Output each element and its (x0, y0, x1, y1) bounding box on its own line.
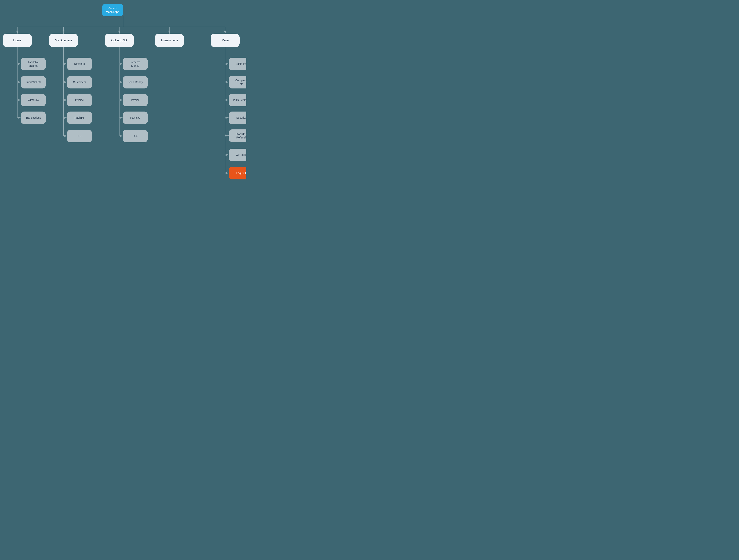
business-pos[interactable]: POS (67, 130, 92, 142)
more-company-info[interactable]: CompanyInfo (229, 76, 246, 88)
nav-my-business[interactable]: My Business (49, 34, 78, 47)
more-label: More (222, 39, 229, 42)
nav-more[interactable]: More (211, 34, 240, 47)
nav-home[interactable]: Home (3, 34, 32, 47)
cta-send-money[interactable]: Send Money (123, 76, 148, 88)
diagram-container: Collect Mobile App Home My Business Coll… (0, 0, 246, 187)
cta-paylinks[interactable]: Paylinks (123, 112, 148, 124)
more-log-out[interactable]: Log Out (229, 167, 246, 179)
home-fund-wallets[interactable]: Fund Wallets (21, 76, 46, 88)
more-profile-info[interactable]: Profile Info (229, 58, 246, 70)
business-paylinks[interactable]: Paylinks (67, 112, 92, 124)
home-withdraw[interactable]: Withdraw (21, 94, 46, 106)
cta-pos[interactable]: POS (123, 130, 148, 142)
business-revenue[interactable]: Revenue (67, 58, 92, 70)
more-rewards-referral[interactable]: Rewards &Referral (229, 130, 246, 142)
connectors-svg (0, 0, 246, 187)
business-invoice[interactable]: Invoice (67, 94, 92, 106)
more-get-help[interactable]: Get Help (229, 149, 246, 161)
my-business-label: My Business (55, 39, 72, 42)
root-node: Collect Mobile App (102, 4, 123, 16)
cta-receive-money[interactable]: ReceiveMoney (123, 58, 148, 70)
business-customers[interactable]: Customers (67, 76, 92, 88)
home-available-balance[interactable]: AvailableBalance (21, 58, 46, 70)
home-label: Home (13, 39, 22, 42)
transactions-label: Transactions (161, 39, 178, 42)
more-pos-settings[interactable]: POS Settings (229, 94, 246, 106)
nav-collect-cta[interactable]: Collect CTA (105, 34, 134, 47)
cta-invoice[interactable]: Invoice (123, 94, 148, 106)
collect-cta-label: Collect CTA (111, 39, 127, 42)
more-security[interactable]: Security (229, 112, 246, 124)
nav-transactions[interactable]: Transactions (155, 34, 184, 47)
home-transactions[interactable]: Transactions (21, 112, 46, 124)
